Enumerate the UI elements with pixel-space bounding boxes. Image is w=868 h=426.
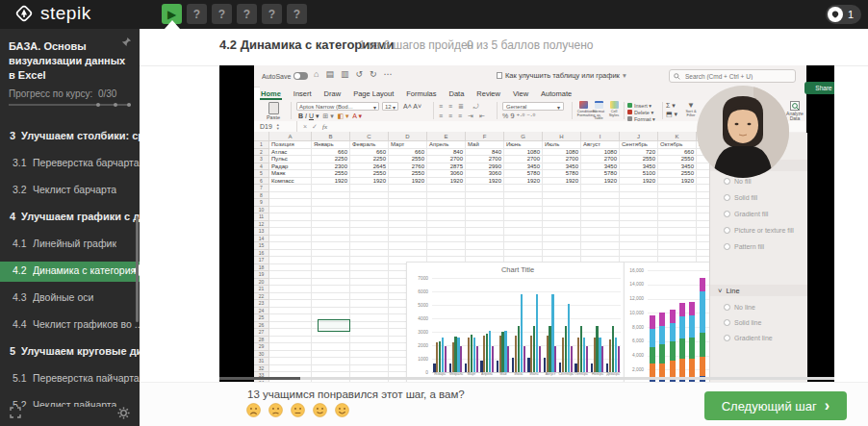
sidebar-item-3.2[interactable]: 3.2Чеклист барчарта [0, 181, 140, 201]
step-tile-quiz[interactable]: ? [237, 4, 257, 24]
sheet-cell: 1080 [504, 149, 543, 157]
enter-icon: ✓ [312, 123, 318, 131]
sheet-cell [620, 228, 658, 236]
step-tile-quiz[interactable]: ? [287, 4, 307, 24]
document-title: Как улучшить таблицу или график ▾ [497, 71, 626, 80]
video-scrubber-played [219, 377, 300, 380]
bar-Компасс [523, 346, 525, 372]
video-player[interactable]: AutoSave ⌂ ▤ ▥ ↺ ↻ ⋯ Как улучшить таблиц… [219, 65, 834, 382]
emoji-happy[interactable] [335, 403, 349, 417]
align-bottom-icons: ≡ ≡ ≡ ⇥ ⇤ [439, 113, 487, 120]
sheet-cell: 2700 [466, 156, 504, 163]
step-tile-quiz[interactable]: ? [187, 4, 207, 24]
row-number: 19 [254, 271, 269, 279]
share-button: Share [804, 82, 834, 94]
row-number: 9 [254, 199, 269, 207]
sheet-cell: Позиция [269, 141, 312, 149]
stack-segment-Радар [689, 338, 695, 359]
stepik-logo[interactable]: stepik [13, 3, 91, 24]
sheet-cell [504, 221, 543, 229]
emoji-neutral[interactable] [291, 403, 305, 417]
chart-title: Chart Title [407, 265, 628, 274]
step-tile-quiz[interactable]: ? [212, 4, 232, 24]
sheet-cell [543, 207, 581, 214]
clustered-column-chart: Chart Title 0100020003000400050006000700… [406, 262, 629, 382]
sheet-cell [312, 358, 350, 365]
next-step-button[interactable]: Следующий шаг › [704, 391, 847, 420]
sheet-cell [269, 343, 312, 351]
stack-segment-Радар [700, 333, 705, 357]
sidebar-item-4.4[interactable]: 4.4Чеклист графиков во ... [0, 315, 140, 336]
sidebar-scrollbar[interactable] [136, 216, 139, 322]
row-number: 1 [254, 141, 269, 149]
sheet-cell: 1920 [389, 178, 427, 186]
step-tile-quiz[interactable]: ? [262, 4, 282, 24]
sheet-cell [504, 185, 543, 192]
row-number: 11 [254, 213, 269, 221]
bar-Компасс [476, 346, 478, 372]
sidebar-item-4.3[interactable]: 4.3Двойные оси [0, 288, 140, 309]
sheet-cell [658, 199, 697, 207]
sidebar-item-5[interactable]: 5Улучшаем круговые диа... [0, 342, 140, 363]
font-color-icon: A ▾ [352, 113, 362, 119]
sheet-cell [389, 236, 427, 243]
stack-segment-Компасс [659, 313, 665, 326]
sheet-cell [543, 250, 581, 258]
row-number: 18 [254, 264, 269, 272]
sheet-cell [312, 236, 350, 243]
emoji-sad[interactable] [246, 403, 261, 417]
streak-badge[interactable]: 1 [826, 5, 861, 24]
row-number: 5 [254, 170, 269, 178]
sheet-cell [269, 242, 312, 250]
sheet-cell [350, 264, 389, 272]
video-scrubber[interactable] [219, 377, 834, 380]
sidebar-item-3[interactable]: 3Улучшаем столбики: сра... [0, 127, 140, 147]
chart-plot: 01000200030004000500060007000ЯнварьФевра… [432, 278, 621, 372]
gridline [432, 305, 621, 306]
sidebar-item-4.2[interactable]: 4.2Динамика с категория... [0, 262, 140, 282]
sidebar-item-4.1[interactable]: 4.1Линейный график [0, 235, 140, 255]
fill-color-icon: ◧ ▾ [338, 113, 349, 119]
stepik-logo-text: stepik [40, 3, 91, 24]
sheet-cell: 660 [350, 149, 389, 157]
row-number: 10 [254, 207, 269, 214]
line-option-no-line: No line [724, 303, 755, 312]
sheet-cell: Июнь [504, 141, 543, 149]
row-number: 32 [254, 365, 269, 373]
sheet-cell [389, 199, 427, 207]
sheet-cell [466, 228, 504, 236]
sheet-cell: 2875 [427, 163, 466, 171]
item-number: 5 [0, 345, 21, 357]
line-option-gradient-line: Gradient line [724, 334, 773, 342]
sheet-cell [427, 207, 466, 214]
item-label: Улучшаем графики с ди... [21, 211, 140, 222]
save-icon: ▤ [325, 69, 334, 79]
stack-segment-Компасс [679, 303, 685, 316]
row-number: 25 [254, 314, 269, 322]
sheet-cell: Октябрь [658, 141, 697, 149]
sheet-cell [543, 213, 581, 221]
gear-icon[interactable] [117, 406, 130, 423]
row-number: 8 [254, 192, 269, 200]
sheet-cell [427, 199, 466, 207]
sheet-cell [543, 199, 581, 207]
stack-segment-Радар [659, 344, 665, 363]
chevron-down-icon: ˅ [718, 287, 722, 295]
emoji-confused[interactable] [268, 403, 283, 417]
item-number: 3.2 [0, 184, 33, 195]
sheet-cell [269, 329, 312, 337]
sheet-cell [350, 300, 389, 308]
sheet-cell: 2645 [350, 163, 389, 171]
fullscreen-icon[interactable] [10, 405, 21, 422]
sheet-cell [312, 185, 350, 192]
sheet-cell [350, 221, 389, 229]
sidebar-item-4[interactable]: 4Улучшаем графики с ди... [0, 208, 140, 228]
sidebar-item-3.1[interactable]: 3.1Переверстка барчарта [0, 154, 140, 174]
sheet-cell [269, 213, 312, 221]
sidebar-item-5.1[interactable]: 5.1Переверстка пайчарта [0, 369, 140, 389]
ribbon-label: Insert ▾ [634, 103, 651, 109]
sheet-cell [389, 185, 427, 192]
row-number: 23 [254, 300, 269, 308]
column-header-J: J [620, 132, 658, 141]
emoji-smile[interactable] [313, 403, 327, 417]
